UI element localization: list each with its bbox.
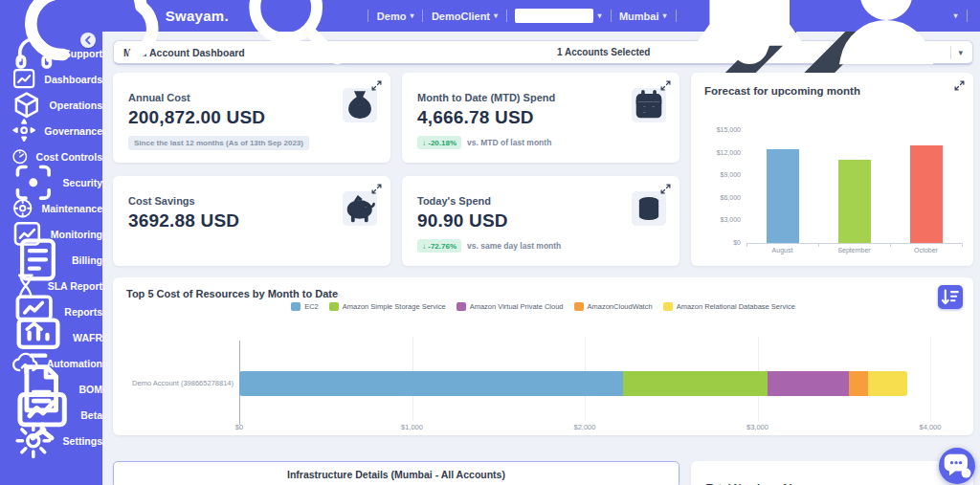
- x-tick-label: $2,000: [556, 423, 613, 431]
- sidebar-item-label: Settings: [63, 435, 102, 447]
- expand-icon[interactable]: [370, 79, 383, 92]
- card-title: Cost Savings: [128, 195, 195, 207]
- annual-cost-value: 200,872.00 USD: [128, 107, 265, 128]
- top5-stacked-bar-chart: $0$1,000$2,000$3,000$4,000: [239, 277, 930, 435]
- search-icon[interactable]: [229, 0, 359, 81]
- sidebar-item-security[interactable]: Security: [0, 169, 102, 195]
- chevron-left-icon: [80, 33, 96, 48]
- axis-tick: [818, 243, 819, 247]
- chevron-down-icon[interactable]: ▾: [597, 11, 601, 20]
- card-title: Today's Spend: [417, 195, 491, 207]
- bar-segment-amazoncloudwatch: [849, 371, 868, 396]
- main-content: Multi Account Dashboard 1 Accounts Selec…: [102, 32, 980, 485]
- region-menu[interactable]: Mumbai ▾: [619, 11, 667, 22]
- sidebar-item-label: Billing: [72, 254, 102, 266]
- chevron-down-icon: ▾: [954, 11, 958, 20]
- coins-stack-icon: [632, 191, 666, 226]
- expand-icon[interactable]: [659, 79, 672, 92]
- forecast-bar-october: [910, 145, 943, 243]
- sidebar-item-label: Beta: [80, 409, 102, 421]
- x-tick-label: $0: [211, 423, 268, 431]
- sidebar-item-billing[interactable]: Billing: [0, 247, 102, 273]
- bar-segment-amazon-virtual-private-cloud: [768, 371, 849, 396]
- demo-menu[interactable]: Demo ▾: [377, 11, 414, 22]
- app-screen: Swayam. Demo ▾ DemoClient ▾ ▾ Mumbai ▾: [0, 0, 980, 485]
- sidebar-item-settings[interactable]: Settings: [0, 428, 102, 453]
- expand-icon[interactable]: [659, 183, 672, 195]
- cube-icon: [11, 89, 43, 121]
- sidebar-item-label: Governance: [44, 125, 102, 137]
- mtd-change-note: vs. MTD of last month: [467, 138, 551, 147]
- money-bag-icon: $: [343, 88, 377, 122]
- y-tick-label: $15,000: [702, 126, 741, 133]
- todays-change-note: vs. same day last month: [467, 241, 561, 251]
- x-axis-line: [746, 243, 962, 244]
- x-tick-label: $3,000: [729, 423, 787, 431]
- chevron-down-icon: ▾: [410, 11, 413, 20]
- forecast-bar-chart: $0$3,000$6,000$9,000$12,000$15,000August…: [691, 73, 973, 266]
- piggy-bank-icon: [343, 191, 377, 226]
- account-row-label: Demo Account (398665278814): [126, 371, 234, 396]
- notifications-bell-icon[interactable]: [684, 0, 814, 81]
- client-menu-label: DemoClient: [432, 11, 490, 22]
- sidebar-collapse-button[interactable]: [80, 33, 96, 48]
- y-tick-label: $12,000: [702, 149, 741, 156]
- sidebar-item-operations[interactable]: Operations: [0, 92, 102, 118]
- bar-segment-amazon-relational-database-service: [868, 371, 908, 396]
- user-menu[interactable]: ▾: [823, 0, 957, 79]
- todays-spend-card: Today's Spend 90.90 USD ↓ -72.76% vs. sa…: [402, 176, 679, 266]
- card-title: Month to Date (MTD) Spend: [417, 92, 555, 103]
- account-input[interactable]: [515, 9, 593, 23]
- bar-segment-amazon-simple-storage-service: [623, 371, 768, 396]
- sidebar-nav: SupportDashboardsOperationsGovernanceCos…: [0, 32, 102, 485]
- mtd-spend-card: Month to Date (MTD) Spend 4,666.78 USD ↓…: [402, 73, 679, 163]
- mtd-spend-value: 4,666.78 USD: [417, 107, 534, 128]
- forecast-bar-september: [838, 160, 871, 243]
- x-tick-label: October: [890, 247, 962, 254]
- gear-icon: [11, 418, 56, 464]
- forecast-bar-august: [767, 149, 799, 243]
- calendar-icon: [632, 88, 666, 122]
- total-issues-card: Total Number of Issues: [691, 461, 973, 485]
- stacked-bar: [239, 371, 907, 396]
- svg-text:$: $: [356, 102, 363, 116]
- x-tick-label: September: [818, 247, 890, 254]
- region-menu-label: Mumbai: [619, 11, 659, 22]
- top5-resources-card: Top 5 Cost of Resources by Month to Date…: [113, 277, 973, 435]
- sidebar-item-label: Reports: [64, 306, 102, 318]
- sidebar-item-label: Operations: [50, 99, 102, 111]
- expand-icon[interactable]: [370, 183, 383, 195]
- sidebar-item-governance[interactable]: Governance: [0, 118, 102, 143]
- sidebar-item-label: Maintenance: [41, 203, 102, 214]
- chat-bubble-icon: [939, 448, 975, 484]
- sidebar-item-label: Security: [63, 177, 102, 188]
- y-tick-label: $6,000: [702, 194, 741, 201]
- infrastructure-details-label: Infrastructure Details (Mumbai - All Acc…: [287, 469, 505, 480]
- client-menu[interactable]: DemoClient ▾: [432, 11, 498, 22]
- user-icon: [823, 0, 949, 79]
- chat-fab-button[interactable]: [939, 448, 975, 484]
- forecast-card: Forecast for upcoming month $0$3,000$6,0…: [691, 73, 973, 266]
- x-tick-label: $1,000: [384, 423, 441, 431]
- brand-logo[interactable]: Swayam.: [13, 0, 229, 90]
- x-tick-label: $4,000: [902, 423, 959, 431]
- sidebar-item-label: BOM: [79, 384, 103, 395]
- account-select: ▾: [515, 9, 601, 23]
- y-tick-label: $0: [702, 239, 741, 246]
- governance-icon: [11, 117, 37, 143]
- sidebar-item-wafr[interactable]: WAFR: [0, 324, 102, 350]
- axis-tick: [746, 243, 747, 247]
- card-title: Annual Cost: [128, 92, 190, 103]
- mtd-change-badge: ↓ -20.18%: [417, 136, 461, 149]
- axis-tick: [962, 243, 963, 247]
- todays-spend-value: 90.90 USD: [417, 210, 508, 231]
- x-tick-label: August: [746, 247, 818, 254]
- infrastructure-details-bar[interactable]: Infrastructure Details (Mumbai - All Acc…: [113, 461, 679, 485]
- annual-cost-note-badge: Since the last 12 months (As of 13th Sep…: [128, 136, 309, 150]
- chevron-down-icon: ▾: [494, 11, 498, 20]
- y-tick-label: $9,000: [702, 171, 741, 178]
- top-header-bar: Swayam. Demo ▾ DemoClient ▾ ▾ Mumbai ▾: [0, 0, 980, 32]
- header-controls: Demo ▾ DemoClient ▾ ▾ Mumbai ▾ ▾: [229, 0, 967, 81]
- brand-logo-text: Swayam.: [166, 8, 229, 24]
- gridline: [930, 337, 931, 421]
